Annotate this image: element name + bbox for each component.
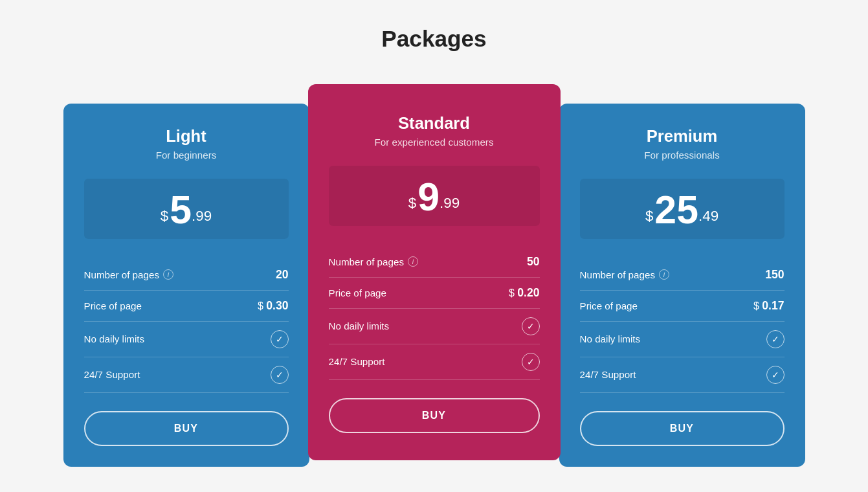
- feature-value-number: 20: [276, 268, 289, 282]
- price-main-premium: 25: [654, 190, 698, 230]
- feature-label-text: No daily limits: [580, 333, 641, 344]
- feature-value-price: $ 0.17: [753, 299, 785, 313]
- buy-button-standard[interactable]: BUY: [329, 398, 540, 433]
- price-dollar-standard: $: [408, 195, 416, 212]
- price-main-light: 5: [170, 190, 192, 230]
- card-name-light: Light: [84, 127, 289, 146]
- feature-item: No daily limits✓: [84, 322, 289, 357]
- feature-item: No daily limits✓: [580, 322, 785, 357]
- feature-label: No daily limits: [580, 333, 641, 344]
- feature-value-number: 150: [765, 268, 784, 282]
- feature-item: 24/7 Support✓: [580, 357, 785, 393]
- price-row-light: $5.99: [84, 179, 289, 239]
- feature-label-text: 24/7 Support: [580, 369, 636, 380]
- card-name-standard: Standard: [329, 114, 540, 133]
- feature-label-text: No daily limits: [329, 320, 390, 331]
- feature-label-text: 24/7 Support: [329, 356, 385, 367]
- feature-item: 24/7 Support✓: [329, 344, 540, 380]
- feature-label: 24/7 Support: [580, 369, 636, 380]
- feature-label-text: 24/7 Support: [84, 369, 140, 380]
- feature-label: Price of page: [329, 287, 387, 298]
- price-row-premium: $25.49: [580, 179, 785, 239]
- card-subtitle-premium: For professionals: [580, 150, 785, 161]
- check-icon: ✓: [522, 353, 540, 371]
- price-cents-light: .99: [192, 208, 212, 225]
- price-dollar-premium: $: [645, 208, 653, 225]
- card-name-premium: Premium: [580, 127, 785, 146]
- feature-value-price: $ 0.30: [258, 299, 289, 313]
- check-icon: ✓: [522, 317, 540, 335]
- info-icon: i: [659, 269, 669, 280]
- feature-label: 24/7 Support: [84, 369, 140, 380]
- feature-label: Number of pagesi: [329, 256, 419, 267]
- feature-label: Number of pagesi: [580, 269, 670, 280]
- pricing-card-light: LightFor beginners$5.99Number of pagesi2…: [63, 104, 309, 467]
- card-subtitle-standard: For experienced customers: [329, 137, 540, 148]
- buy-button-light[interactable]: BUY: [84, 411, 289, 446]
- feature-label: Price of page: [580, 300, 638, 311]
- info-icon: i: [163, 269, 173, 280]
- feature-item: Number of pagesi50: [329, 247, 540, 278]
- feature-item: No daily limits✓: [329, 309, 540, 344]
- feature-item: Price of page$ 0.20: [329, 278, 540, 309]
- check-icon: ✓: [766, 330, 785, 348]
- card-subtitle-light: For beginners: [84, 150, 289, 161]
- features-list-standard: Number of pagesi50Price of page$ 0.20No …: [329, 247, 540, 380]
- feature-label: Number of pagesi: [84, 269, 174, 280]
- feature-item: Price of page$ 0.17: [580, 291, 785, 322]
- price-dollar-light: $: [161, 208, 168, 225]
- feature-item: Number of pagesi20: [84, 260, 289, 291]
- check-icon: ✓: [271, 366, 289, 384]
- feature-label-text: Price of page: [84, 300, 142, 311]
- feature-label: No daily limits: [329, 320, 390, 331]
- price-row-standard: $9.99: [329, 166, 540, 226]
- price-cents-premium: .49: [698, 208, 718, 225]
- feature-label-text: Number of pages: [329, 256, 405, 267]
- pricing-card-standard: StandardFor experienced customers$9.99Nu…: [308, 84, 561, 460]
- feature-label-text: No daily limits: [84, 333, 145, 344]
- feature-item: Price of page$ 0.30: [84, 291, 289, 322]
- feature-label: No daily limits: [84, 333, 145, 344]
- feature-item: Number of pagesi150: [580, 260, 785, 291]
- feature-label-text: Number of pages: [84, 269, 160, 280]
- price-main-standard: 9: [417, 177, 440, 217]
- info-icon: i: [408, 256, 418, 267]
- feature-value-number: 50: [527, 255, 540, 269]
- feature-label: 24/7 Support: [329, 356, 385, 367]
- feature-label-text: Price of page: [580, 300, 638, 311]
- feature-label: Price of page: [84, 300, 142, 311]
- page-title: Packages: [381, 26, 486, 52]
- buy-button-premium[interactable]: BUY: [580, 411, 785, 446]
- price-cents-standard: .99: [440, 195, 460, 212]
- check-icon: ✓: [766, 366, 785, 384]
- pricing-card-premium: PremiumFor professionals$25.49Number of …: [559, 104, 805, 467]
- check-icon: ✓: [271, 330, 289, 348]
- feature-value-price: $ 0.20: [509, 286, 540, 300]
- features-list-premium: Number of pagesi150Price of page$ 0.17No…: [580, 260, 785, 393]
- feature-item: 24/7 Support✓: [84, 357, 289, 393]
- features-list-light: Number of pagesi20Price of page$ 0.30No …: [84, 260, 289, 393]
- feature-label-text: Number of pages: [580, 269, 656, 280]
- feature-label-text: Price of page: [329, 287, 387, 298]
- cards-container: LightFor beginners$5.99Number of pagesi2…: [14, 84, 855, 467]
